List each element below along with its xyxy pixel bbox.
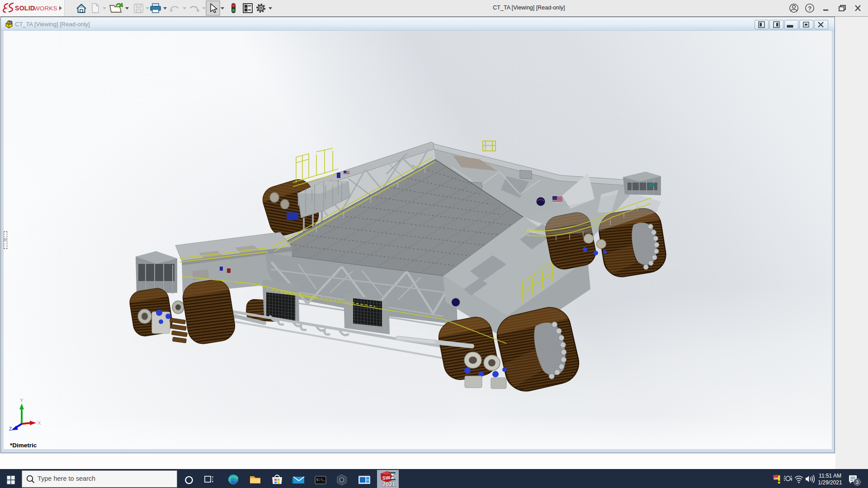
svg-text:Z: Z (9, 427, 12, 432)
svg-text:X: X (38, 420, 41, 426)
svg-text:?: ? (808, 5, 811, 12)
svg-text:C:\_: C:\_ (316, 478, 325, 482)
svg-text:3: 3 (856, 479, 859, 485)
svg-text:*Dimetric: *Dimetric (10, 442, 37, 449)
svg-text:2021: 2021 (382, 481, 395, 488)
svg-text:SOLID: SOLID (15, 5, 35, 12)
svg-text:Y: Y (20, 398, 24, 403)
svg-text:WORKS: WORKS (34, 5, 57, 12)
